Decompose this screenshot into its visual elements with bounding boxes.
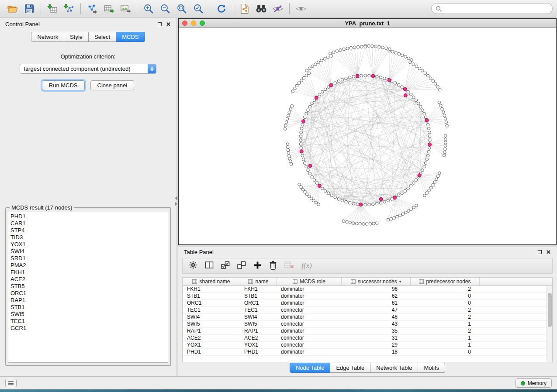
show-columns-button[interactable] bbox=[205, 261, 214, 271]
zoom-in-button[interactable] bbox=[140, 2, 157, 16]
result-node-item[interactable]: FKH1 bbox=[10, 269, 168, 276]
table-settings-button[interactable] bbox=[189, 261, 197, 271]
zoom-out-icon bbox=[160, 3, 170, 14]
table-cell: 2 bbox=[411, 307, 480, 313]
table-row[interactable]: PHD1PHD1dominator180 bbox=[183, 349, 547, 356]
refresh-icon bbox=[216, 3, 227, 14]
close-panel-icon[interactable]: ✕ bbox=[166, 21, 171, 27]
float-panel-icon[interactable] bbox=[158, 22, 162, 26]
result-node-item[interactable]: YOX1 bbox=[10, 241, 168, 248]
zoom-fit-button[interactable] bbox=[173, 2, 190, 16]
tab-network-table[interactable]: Network Table bbox=[370, 363, 418, 373]
select-all-columns-button[interactable] bbox=[221, 261, 230, 271]
result-node-item[interactable]: SRD1 bbox=[10, 255, 168, 262]
toolbar-divider bbox=[289, 3, 290, 14]
tab-node-table[interactable]: Node Table bbox=[290, 363, 331, 373]
column-header-successor-nodes[interactable]: successor nodes ▾ bbox=[342, 278, 411, 285]
column-header-mcds-role[interactable]: MCDS role bbox=[277, 278, 342, 285]
toolbar-divider bbox=[41, 3, 41, 14]
zoom-fit-icon bbox=[176, 3, 187, 14]
close-table-panel-icon[interactable]: ✕ bbox=[546, 249, 551, 255]
export-table-button[interactable] bbox=[100, 2, 117, 16]
folder-open-icon bbox=[7, 4, 18, 14]
table-cell: FKH1 bbox=[240, 286, 277, 292]
import-table-button[interactable] bbox=[44, 2, 61, 16]
table-row[interactable]: TEC1TEC1connector472 bbox=[183, 307, 547, 314]
deselect-all-columns-button[interactable] bbox=[237, 261, 246, 271]
control-panel: Control Panel ✕ Network Style Select MCD… bbox=[0, 18, 176, 376]
tab-motifs[interactable]: Motifs bbox=[418, 363, 445, 373]
result-node-item[interactable]: PHD1 bbox=[10, 213, 168, 220]
run-mcds-button[interactable]: Run MCDS bbox=[42, 80, 85, 90]
delete-table-button[interactable] bbox=[284, 261, 294, 271]
create-column-button[interactable] bbox=[253, 261, 262, 271]
show-graphics-button[interactable] bbox=[293, 2, 309, 16]
criterion-dropdown[interactable]: largest connected component (undirected) bbox=[20, 64, 156, 74]
import-network-button[interactable] bbox=[61, 2, 77, 16]
table-row[interactable]: RAP1RAP1dominator352 bbox=[183, 328, 547, 335]
close-panel-button[interactable]: Close panel bbox=[90, 80, 135, 90]
table-cell: connector bbox=[277, 321, 342, 327]
scrollbar-thumb[interactable] bbox=[548, 293, 552, 327]
result-node-item[interactable]: STB1 bbox=[10, 304, 168, 311]
result-node-item[interactable]: SWI5 bbox=[10, 311, 168, 318]
tab-network[interactable]: Network bbox=[31, 32, 64, 42]
table-row[interactable]: STB1STB1dominator620 bbox=[183, 293, 547, 300]
share-network-button[interactable] bbox=[84, 2, 100, 16]
table-cell: 35 bbox=[342, 328, 411, 334]
result-node-item[interactable]: STB5 bbox=[10, 283, 168, 290]
delete-column-button[interactable] bbox=[269, 261, 277, 272]
memory-button[interactable]: Memory bbox=[515, 378, 552, 388]
result-node-item[interactable]: GCR1 bbox=[10, 325, 168, 332]
table-cell: 18 bbox=[342, 349, 411, 355]
result-node-item[interactable]: CAR1 bbox=[10, 220, 168, 227]
column-header-shared-name[interactable]: shared name bbox=[183, 278, 240, 285]
table-row[interactable]: FKH1FKH1dominator962 bbox=[183, 286, 547, 293]
zoom-selected-button[interactable] bbox=[190, 2, 207, 16]
tab-mcds[interactable]: MCDS bbox=[116, 32, 145, 42]
result-node-item[interactable]: ORC1 bbox=[10, 290, 168, 297]
result-node-item[interactable]: STP4 bbox=[10, 227, 168, 234]
table-row[interactable]: SWI4SWI4dominator462 bbox=[183, 314, 547, 321]
table-cell: SWI4 bbox=[183, 314, 240, 320]
column-header-predecessor-nodes[interactable]: predecessor nodes bbox=[411, 278, 480, 285]
zoom-out-button[interactable] bbox=[157, 2, 173, 16]
float-table-panel-icon[interactable] bbox=[538, 250, 542, 254]
mcds-result-list[interactable]: PHD1CAR1STP4TID3YOX1SWI4SRD1PMA2FKH1ACE2… bbox=[8, 212, 168, 363]
export-image-icon bbox=[120, 4, 131, 14]
function-builder-button[interactable]: f(x) bbox=[301, 261, 312, 270]
expand-right-icon[interactable] bbox=[175, 202, 177, 206]
result-node-item[interactable]: PMA2 bbox=[10, 262, 168, 269]
save-session-button[interactable] bbox=[21, 2, 38, 16]
status-menu-button[interactable] bbox=[5, 379, 17, 387]
table-row[interactable]: YOX1YOX1connector291 bbox=[183, 342, 547, 349]
collapse-left-icon[interactable] bbox=[175, 196, 177, 200]
table-row[interactable]: ACE2ACE2connector311 bbox=[183, 335, 547, 342]
result-node-item[interactable]: TID3 bbox=[10, 234, 168, 241]
refresh-button[interactable] bbox=[213, 2, 230, 16]
result-node-item[interactable]: RAP1 bbox=[10, 297, 168, 304]
share-document-button[interactable] bbox=[236, 2, 253, 16]
search-box bbox=[431, 3, 553, 14]
table-cell: 96 bbox=[342, 286, 411, 292]
search-input[interactable] bbox=[444, 5, 548, 12]
sort-chevron-icon[interactable]: ▾ bbox=[399, 279, 401, 284]
tab-edge-table[interactable]: Edge Table bbox=[330, 363, 370, 373]
result-node-item[interactable]: TEC1 bbox=[10, 318, 168, 325]
result-node-item[interactable]: ACE2 bbox=[10, 276, 168, 283]
network-canvas[interactable] bbox=[179, 28, 556, 244]
open-file-button[interactable] bbox=[4, 2, 21, 16]
table-cell: 1 bbox=[411, 321, 480, 327]
table-scrollbar[interactable] bbox=[547, 286, 552, 362]
column-header-name[interactable]: name bbox=[240, 278, 277, 285]
network-window-titlebar[interactable]: YPA_prune.txt_1 bbox=[179, 19, 556, 28]
export-image-button[interactable] bbox=[117, 2, 134, 16]
table-row[interactable]: ORC1ORC1dominator610 bbox=[183, 300, 547, 307]
tab-select[interactable]: Select bbox=[89, 32, 116, 42]
find-button[interactable] bbox=[253, 2, 270, 16]
tab-style[interactable]: Style bbox=[64, 32, 89, 42]
hide-annotations-button[interactable] bbox=[270, 2, 286, 16]
result-node-item[interactable]: SWI4 bbox=[10, 248, 168, 255]
column-type-icon bbox=[419, 279, 424, 284]
table-row[interactable]: SWI5SWI5connector431 bbox=[183, 321, 547, 328]
